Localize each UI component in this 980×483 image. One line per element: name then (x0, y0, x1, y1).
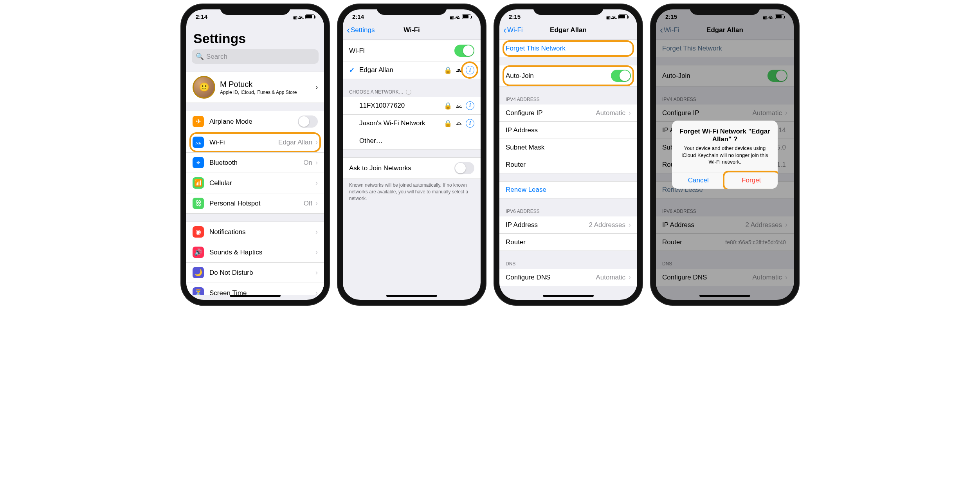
alert-forget-button[interactable]: Forget (725, 172, 778, 189)
bluetooth-icon: ⌖ (193, 157, 204, 168)
apple-id-cell[interactable]: 🙂 M Potuck Apple ID, iCloud, iTunes & Ap… (186, 72, 324, 103)
renew-lease-cell[interactable]: Renew Lease (499, 181, 637, 198)
notifications-cell[interactable]: ◉ Notifications › (186, 222, 324, 242)
lock-icon: 🔒 (444, 119, 452, 128)
phone-frame-2: 2:14 ‹Settings Wi-Fi Wi-Fi ✓ Edgar Allan (337, 4, 486, 305)
wifi-value: Edgar Allan (278, 139, 312, 146)
sounds-cell[interactable]: 🔊 Sounds & Haptics › (186, 242, 324, 263)
cellular-cell[interactable]: 📶 Cellular › (186, 173, 324, 193)
signal-icon (450, 13, 453, 20)
battery-icon (305, 14, 315, 19)
dns-header: DNS (499, 259, 637, 269)
battery-icon (462, 14, 471, 19)
content-2: ‹Settings Wi-Fi Wi-Fi ✓ Edgar Allan 🔒 (343, 22, 481, 295)
notif-label: Notifications (209, 228, 314, 236)
screentime-icon: ⏳ (193, 287, 204, 295)
chevron-icon: › (629, 221, 631, 229)
sounds-label: Sounds & Haptics (209, 249, 314, 256)
hotspot-label: Personal Hotspot (209, 200, 304, 207)
router-label: Router (506, 161, 631, 169)
airplane-toggle[interactable] (298, 115, 318, 128)
bluetooth-cell[interactable]: ⌖ Bluetooth On › (186, 153, 324, 173)
alert-message: Your device and other devices using iClo… (678, 145, 771, 166)
chevron-icon: › (629, 273, 631, 281)
airplane-mode-cell[interactable]: ✈ Airplane Mode (186, 111, 324, 132)
screen-4: 2:15 ‹Wi-Fi Edgar Allan Forget This Netw… (656, 9, 794, 300)
forget-label: Forget This Network (506, 45, 631, 52)
home-indicator[interactable] (386, 295, 437, 297)
wifi-icon (193, 137, 204, 148)
status-time: 2:15 (509, 13, 521, 20)
hotspot-cell[interactable]: ⛓ Personal Hotspot Off › (186, 193, 324, 214)
screentime-cell[interactable]: ⏳ Screen Time › (186, 283, 324, 295)
wifi-toggle-cell[interactable]: Wi-Fi (343, 40, 481, 61)
back-label: Settings (351, 26, 375, 34)
network-row-2[interactable]: Jason's Wi-Fi Network 🔒i (343, 115, 481, 132)
chevron-icon: › (315, 248, 318, 256)
auto-join-cell[interactable]: Auto-Join (499, 65, 637, 87)
dnd-icon: 🌙 (193, 267, 204, 278)
spinner-icon (406, 89, 411, 95)
back-button[interactable]: ‹Settings (347, 25, 375, 36)
lock-icon: 🔒 (444, 66, 452, 74)
other-label: Other… (349, 137, 474, 145)
status-time: 2:14 (196, 13, 207, 20)
wifi-signal-icon (456, 102, 462, 110)
alert-cancel-button[interactable]: Cancel (672, 172, 725, 189)
autojoin-label: Auto-Join (506, 72, 611, 80)
back-button[interactable]: ‹Wi-Fi (503, 25, 523, 36)
ipv6-header: IPV6 ADDRESS (499, 206, 637, 216)
ipv6-address-cell[interactable]: IP Address 2 Addresses › (499, 216, 637, 234)
autojoin-toggle[interactable] (611, 70, 631, 82)
connected-network-label: Edgar Allan (359, 66, 441, 74)
search-input[interactable]: 🔍 Search (192, 49, 319, 64)
chevron-icon: › (315, 289, 318, 295)
phone-frame-1: 2:14 Settings 🔍 Search 🙂 M Potuck (181, 4, 330, 305)
other-network-cell[interactable]: Other… (343, 132, 481, 150)
ipv4-header: IPV4 ADDRESS (499, 94, 637, 105)
wifi-cell[interactable]: Wi-Fi Edgar Allan › (186, 132, 324, 153)
configdns-value: Automatic (596, 274, 625, 281)
notch (220, 4, 290, 15)
ask-to-join-cell[interactable]: Ask to Join Networks (343, 157, 481, 179)
notch (377, 4, 447, 15)
connected-network-cell[interactable]: ✓ Edgar Allan 🔒 i (343, 61, 481, 79)
info-button[interactable]: i (466, 101, 474, 110)
info-button[interactable]: i (466, 119, 474, 128)
wifi-label: Wi-Fi (209, 139, 278, 146)
home-indicator[interactable] (230, 295, 281, 297)
home-indicator[interactable] (543, 295, 594, 297)
ask-toggle[interactable] (454, 162, 474, 174)
st-label: Screen Time (209, 289, 314, 295)
checkmark-icon: ✓ (349, 66, 355, 74)
chevron-left-icon: ‹ (503, 25, 506, 36)
wifi-signal-icon (456, 119, 462, 127)
notifications-icon: ◉ (193, 226, 204, 238)
chevron-icon: › (629, 109, 631, 117)
sounds-icon: 🔊 (193, 247, 204, 258)
status-right (293, 13, 315, 20)
search-icon: 🔍 (196, 52, 204, 61)
forget-network-cell[interactable]: Forget This Network (499, 40, 637, 57)
notch (533, 4, 603, 15)
ip-label: IP Address (506, 126, 631, 134)
navbar: ‹Wi-Fi Edgar Allan (499, 22, 637, 40)
cellular-label: Cellular (209, 179, 314, 187)
forget-alert: Forget Wi-Fi Network "Edgar Allan" ? You… (672, 121, 778, 189)
network-row-1[interactable]: 11FX10077620 🔒i (343, 97, 481, 115)
chevron-icon: › (315, 179, 318, 187)
wifi-toggle[interactable] (454, 45, 474, 57)
screen-2: 2:14 ‹Settings Wi-Fi Wi-Fi ✓ Edgar Allan (343, 9, 481, 300)
network-label: Jason's Wi-Fi Network (349, 119, 441, 127)
chevron-icon: › (315, 159, 318, 167)
configip-value: Automatic (596, 109, 625, 117)
info-button[interactable]: i (466, 66, 474, 74)
home-indicator[interactable] (699, 295, 750, 297)
configure-ip-cell[interactable]: Configure IP Automatic › (499, 105, 637, 122)
configure-dns-cell[interactable]: Configure DNS Automatic › (499, 269, 637, 286)
dnd-cell[interactable]: 🌙 Do Not Disturb › (186, 263, 324, 283)
profile-name: M Potuck (220, 80, 316, 89)
profile-sub: Apple ID, iCloud, iTunes & App Store (220, 90, 316, 95)
notch (690, 4, 760, 15)
ip6-label: IP Address (506, 221, 589, 229)
